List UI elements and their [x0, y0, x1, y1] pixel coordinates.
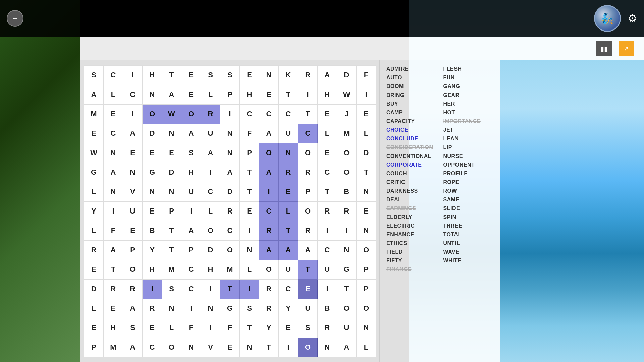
grid-cell[interactable]: C — [181, 279, 201, 299]
grid-cell[interactable]: C — [318, 240, 337, 260]
grid-cell[interactable]: U — [123, 201, 143, 221]
word-item[interactable]: CHOICE — [386, 126, 437, 134]
grid-cell[interactable]: E — [123, 221, 143, 240]
word-item[interactable]: COUCH — [386, 170, 437, 177]
grid-cell[interactable]: P — [220, 85, 240, 104]
grid-cell[interactable]: R — [298, 221, 318, 240]
grid-cell[interactable]: R — [298, 65, 318, 85]
grid-cell[interactable]: E — [84, 124, 104, 143]
grid-cell[interactable]: U — [279, 260, 298, 279]
grid-cell[interactable]: C — [240, 104, 259, 124]
grid-cell[interactable]: W — [84, 143, 104, 163]
grid-cell[interactable]: E — [240, 201, 259, 221]
grid-cell[interactable]: J — [337, 104, 357, 124]
grid-cell[interactable]: E — [259, 85, 279, 104]
grid-cell[interactable]: L — [104, 85, 123, 104]
grid-cell[interactable]: O — [181, 104, 201, 124]
grid-cell[interactable]: R — [259, 299, 279, 318]
grid-cell[interactable]: C — [104, 65, 123, 85]
hints-button[interactable]: 🧞 — [594, 5, 621, 32]
word-item[interactable]: CONCLUDE — [386, 135, 437, 142]
grid-cell[interactable]: O — [298, 143, 318, 163]
grid-cell[interactable]: M — [162, 260, 181, 279]
grid-cell[interactable]: L — [84, 221, 104, 240]
word-item[interactable]: WAVE — [443, 248, 494, 256]
grid-cell[interactable]: N — [240, 240, 259, 260]
grid-cell[interactable]: L — [318, 124, 337, 143]
grid-cell[interactable]: N — [143, 85, 162, 104]
grid-cell[interactable]: N — [220, 124, 240, 143]
grid-cell[interactable]: I — [220, 104, 240, 124]
grid-cell[interactable]: E — [84, 318, 104, 338]
grid-cell[interactable]: E — [357, 104, 376, 124]
grid-cell[interactable]: N — [318, 338, 337, 357]
grid-cell[interactable]: N — [104, 143, 123, 163]
word-item[interactable]: ELECTRIC — [386, 222, 437, 230]
grid-cell[interactable]: T — [318, 182, 337, 201]
grid-cell[interactable]: R — [84, 240, 104, 260]
grid-cell[interactable]: A — [162, 85, 181, 104]
grid-cell[interactable]: Y — [279, 299, 298, 318]
grid-cell[interactable]: D — [337, 65, 357, 85]
grid-cell[interactable]: E — [279, 182, 298, 201]
word-item[interactable]: BUY — [386, 100, 437, 108]
grid-cell[interactable]: I — [357, 85, 376, 104]
grid-cell[interactable]: C — [104, 124, 123, 143]
grid-cell[interactable]: G — [337, 260, 357, 279]
grid-cell[interactable]: C — [298, 124, 318, 143]
word-item[interactable]: CONVENTIONAL — [386, 153, 437, 160]
grid-cell[interactable]: L — [201, 201, 220, 221]
grid-cell[interactable]: A — [104, 163, 123, 182]
word-item[interactable]: SLIDE — [443, 205, 494, 212]
grid-cell[interactable]: E — [84, 260, 104, 279]
grid-cell[interactable]: T — [162, 65, 181, 85]
grid-cell[interactable]: O — [259, 143, 279, 163]
grid-cell[interactable]: C — [318, 163, 337, 182]
grid-cell[interactable]: M — [337, 124, 357, 143]
grid-cell[interactable]: N — [181, 338, 201, 357]
grid-cell[interactable]: A — [181, 124, 201, 143]
grid-cell[interactable]: I — [318, 279, 337, 299]
grid-cell[interactable]: E — [143, 143, 162, 163]
word-item[interactable]: CRITIC — [386, 179, 437, 186]
word-item[interactable]: FINANCE — [386, 266, 437, 273]
grid-cell[interactable]: E — [298, 279, 318, 299]
word-item[interactable]: BRING — [386, 92, 437, 99]
grid-cell[interactable]: T — [162, 221, 181, 240]
word-item[interactable]: ETHICS — [386, 240, 437, 247]
word-item[interactable]: NURSE — [443, 153, 494, 160]
word-item[interactable]: IMPORTANCE — [443, 118, 494, 125]
grid-cell[interactable]: A — [259, 163, 279, 182]
word-item[interactable]: CORPORATE — [386, 161, 437, 169]
grid-cell[interactable]: A — [259, 240, 279, 260]
grid-cell[interactable]: O — [298, 201, 318, 221]
grid-cell[interactable]: S — [181, 143, 201, 163]
grid-cell[interactable]: L — [240, 260, 259, 279]
word-item[interactable]: GANG — [443, 83, 494, 90]
grid-cell[interactable]: A — [104, 240, 123, 260]
word-item[interactable]: ROW — [443, 187, 494, 195]
grid-cell[interactable]: T — [337, 279, 357, 299]
grid-cell[interactable]: L — [84, 182, 104, 201]
grid-cell[interactable]: F — [220, 318, 240, 338]
grid-cell[interactable]: P — [357, 260, 376, 279]
grid-cell[interactable]: C — [259, 104, 279, 124]
grid-cell[interactable]: A — [123, 299, 143, 318]
grid-cell[interactable]: T — [240, 163, 259, 182]
word-item[interactable]: UNTIL — [443, 240, 494, 247]
grid-cell[interactable]: S — [162, 279, 181, 299]
grid-cell[interactable]: L — [357, 338, 376, 357]
grid-cell[interactable]: I — [123, 65, 143, 85]
grid-cell[interactable]: E — [104, 104, 123, 124]
grid-cell[interactable]: E — [240, 65, 259, 85]
grid-cell[interactable]: A — [318, 65, 337, 85]
grid-cell[interactable]: F — [240, 124, 259, 143]
grid-cell[interactable]: E — [143, 318, 162, 338]
grid-cell[interactable]: E — [318, 104, 337, 124]
grid-cell[interactable]: R — [259, 279, 279, 299]
grid-cell[interactable]: O — [143, 104, 162, 124]
grid-cell[interactable]: N — [220, 143, 240, 163]
grid-cell[interactable]: W — [337, 85, 357, 104]
grid-cell[interactable]: I — [337, 221, 357, 240]
grid-cell[interactable]: R — [298, 163, 318, 182]
